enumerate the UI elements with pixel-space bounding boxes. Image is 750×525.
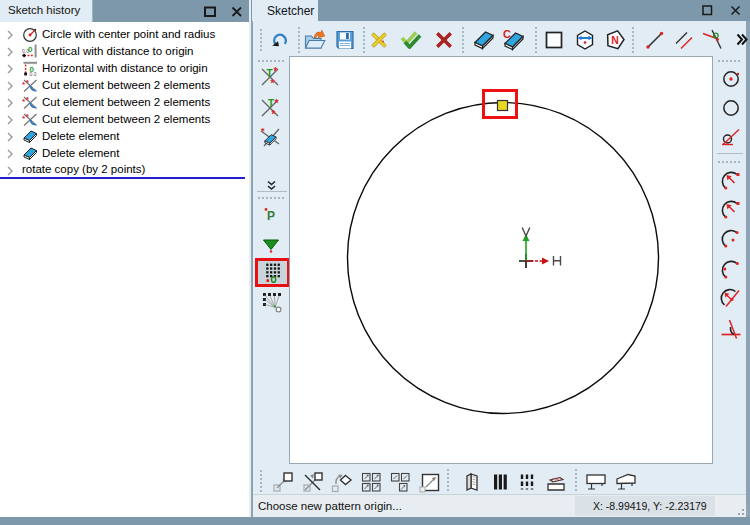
svg-text:*: * xyxy=(261,126,265,136)
svg-text:0.0: 0.0 xyxy=(30,71,37,77)
svg-text:P: P xyxy=(267,209,275,223)
svg-text:*: * xyxy=(26,96,29,103)
svg-text:T: T xyxy=(268,98,274,109)
svg-text:*: * xyxy=(272,109,276,120)
svg-text:T: T xyxy=(267,68,273,79)
svg-text:*: * xyxy=(274,66,278,77)
svg-text:*: * xyxy=(26,79,29,86)
svg-text:*: * xyxy=(271,78,275,89)
svg-text:*: * xyxy=(26,113,29,120)
svg-text:*: * xyxy=(275,98,279,109)
svg-text:CAD: CAD xyxy=(552,476,563,483)
svg-text:N: N xyxy=(611,34,619,46)
svg-text:0.0: 0.0 xyxy=(22,48,29,54)
